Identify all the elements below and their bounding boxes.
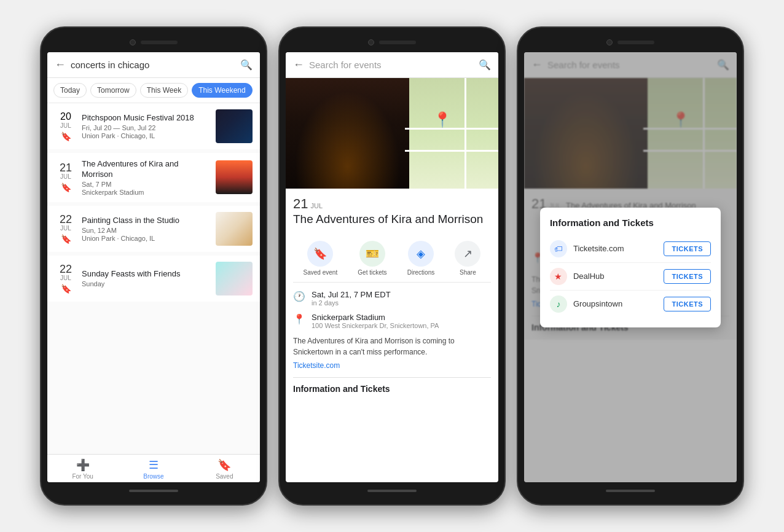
event-item-2[interactable]: 21 JUL 🔖 The Adventures of Kira and Morr… [47, 153, 260, 202]
phone-3: ← Search for events 🔍 📍 2 [517, 26, 744, 506]
nav-saved[interactable]: 🔖 Saved [189, 458, 260, 480]
chip-today[interactable]: Today [53, 83, 87, 98]
event-month-4: JUL [55, 275, 77, 281]
nav-for-you[interactable]: ➕ For You [47, 458, 118, 480]
map-background: 📍 [286, 78, 498, 189]
nav-browse-label: Browse [143, 473, 163, 480]
event-subtitle1-4: Sunday [82, 280, 211, 288]
time-info: 🕐 Sat, Jul 21, 7 PM EDT in 2 days [293, 290, 491, 307]
map-road-v1 [465, 78, 466, 189]
action-tickets[interactable]: 🎫 Get tickets [358, 241, 386, 276]
clock-icon: 🕐 [293, 291, 305, 302]
home-indicator-2 [367, 490, 417, 492]
chip-this-week[interactable]: This Week [140, 83, 188, 98]
nav-for-you-label: For You [72, 473, 93, 480]
bookmark-4[interactable]: 🔖 [55, 284, 77, 294]
event-subtitle2-2: Snickerpark Stadium [82, 189, 211, 196]
ticket-logo-2: ★ [550, 268, 567, 285]
event-month-2: JUL [55, 173, 77, 180]
search-icon-1[interactable]: 🔍 [240, 59, 253, 71]
saved-icon: 🔖 [218, 458, 231, 472]
event-month-1: JUL [55, 122, 77, 129]
ticket-button-1[interactable]: TICKETS [664, 241, 711, 256]
screen-2: ← Search for events 🔍 📍 21 JUL [286, 52, 498, 482]
event-subtitle2-1: Union Park · Chicago, IL [82, 132, 211, 139]
event-info-4: Sunday Feasts with Friends Sunday [82, 269, 211, 288]
action-tickets-label: Get tickets [358, 269, 386, 276]
detail-content: 21 JUL The Adventures of Kira and Morris… [286, 189, 498, 482]
action-directions[interactable]: ◈ Directions [407, 241, 434, 276]
event-thumb-4 [216, 262, 253, 295]
ticket-button-3[interactable]: TICKETS [664, 297, 711, 311]
nav-browse[interactable]: ☰ Browse [118, 458, 189, 480]
directions-icon: ◈ [408, 241, 434, 267]
event-map: 📍 [286, 78, 498, 189]
modal-title: Information and Tickets [550, 217, 711, 228]
phone-bottom-bar-2 [286, 485, 498, 497]
detail-day: 21 [293, 196, 308, 212]
bookmark-1[interactable]: 🔖 [55, 131, 77, 141]
event-month-3: JUL [55, 225, 77, 232]
event-date-2: 21 JUL 🔖 [55, 162, 77, 192]
chip-this-weekend[interactable]: This Weekend [192, 83, 252, 98]
home-indicator-3 [606, 490, 655, 492]
event-datetime: Sat, Jul 21, 7 PM EDT [312, 290, 391, 299]
action-saved-label: Saved event [304, 269, 338, 276]
event-date-3: 22 JUL 🔖 [55, 214, 77, 244]
detail-title: The Adventures of Kira and Morrison [293, 212, 491, 227]
search-query[interactable]: concerts in chicago [71, 60, 235, 70]
action-saved[interactable]: 🔖 Saved event [304, 241, 338, 276]
event-date-4: 22 JUL 🔖 [55, 264, 77, 294]
event-day-4: 22 [55, 264, 77, 275]
venue-name-2: Snickerpark Stadium [312, 313, 439, 322]
camera-3 [606, 39, 613, 45]
event-day-1: 20 [55, 111, 77, 122]
event-item-3[interactable]: 22 JUL 🔖 Painting Class in the Studio Su… [47, 206, 260, 252]
ticket-button-2[interactable]: TICKETS [664, 269, 711, 284]
nav-saved-label: Saved [216, 473, 233, 480]
chip-tomorrow[interactable]: Tomorrow [90, 83, 136, 98]
event-datetime-sub: in 2 days [312, 299, 391, 307]
bookmark-3[interactable]: 🔖 [55, 234, 77, 244]
get-tickets-icon: 🎫 [359, 241, 385, 267]
phone-1: ← concerts in chicago 🔍 Today Tomorrow T… [40, 26, 267, 506]
ticket-name-3: Groupsintown [573, 299, 658, 308]
ticket-name-2: DealHub [573, 272, 658, 281]
ticket-logo-1: 🏷 [550, 240, 567, 257]
phone-top-bar-2 [286, 35, 498, 50]
ticket-modal: Information and Tickets 🏷 Ticketsite.com… [540, 208, 721, 327]
event-title-3: Painting Class in the Studio [82, 216, 211, 226]
ticket-logo-3: ♪ [550, 295, 567, 313]
time-text: Sat, Jul 21, 7 PM EDT in 2 days [312, 290, 391, 307]
event-item-1[interactable]: 20 JUL 🔖 Pitchspoon Music Festival 2018 … [47, 103, 260, 149]
event-description-2: The Adventures of Kira and Morrison is c… [293, 335, 491, 358]
screen-1: ← concerts in chicago 🔍 Today Tomorrow T… [47, 52, 260, 482]
event-subtitle1-2: Sat, 7 PM [82, 181, 211, 188]
event-item-4[interactable]: 22 JUL 🔖 Sunday Feasts with Friends Sund… [47, 256, 260, 302]
for-you-icon: ➕ [76, 458, 90, 472]
speaker-1 [141, 41, 178, 44]
search-placeholder-2[interactable]: Search for events [309, 60, 474, 70]
phone-2: ← Search for events 🔍 📍 21 JUL [278, 26, 506, 506]
event-subtitle1-3: Sun, 12 AM [82, 227, 211, 234]
back-arrow-2[interactable]: ← [293, 58, 304, 71]
map-road-h2 [405, 150, 498, 152]
action-share[interactable]: ↗ Share [455, 241, 480, 276]
venue-address-2: 100 West Snickerpark Dr, Snickertown, PA [312, 322, 439, 329]
bookmark-2[interactable]: 🔖 [55, 182, 77, 192]
thumb-crowd-img [216, 160, 253, 194]
home-indicator-1 [129, 490, 178, 492]
event-title-4: Sunday Feasts with Friends [82, 269, 211, 280]
detail-header: 21 JUL The Adventures of Kira and Morris… [293, 196, 491, 227]
share-icon: ↗ [455, 241, 480, 267]
browse-icon: ☰ [149, 458, 159, 472]
screen-3: ← Search for events 🔍 📍 2 [524, 52, 737, 482]
search-icon-2[interactable]: 🔍 [479, 59, 491, 71]
event-link-2[interactable]: Ticketsite.com [293, 361, 491, 370]
phone-bottom-bar-1 [47, 485, 260, 497]
event-subtitle2-3: Union Park · Chicago, IL [82, 235, 211, 242]
event-day-3: 22 [55, 214, 77, 225]
back-arrow-1[interactable]: ← [55, 58, 66, 71]
location-info: 📍 Snickerpark Stadium 100 West Snickerpa… [293, 313, 491, 329]
filter-chips: Today Tomorrow This Week This Weekend [47, 78, 260, 103]
